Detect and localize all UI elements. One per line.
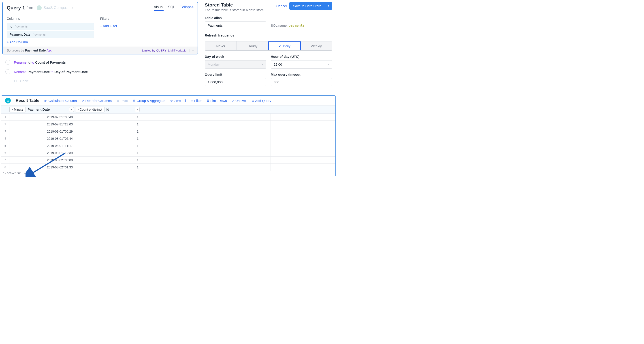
column-item[interactable]: Id Payments: [7, 23, 94, 30]
grid-header-agg-button[interactable]: ▾Minute: [10, 107, 26, 112]
column-item[interactable]: Payment Date Payments: [7, 31, 94, 38]
table-row[interactable]: 52019-08-01T11:171: [1, 142, 336, 149]
result-row-count: 1 - 100 of 1000 rows: [1, 171, 336, 176]
result-grid: ▾Minute Payment Date ▾ ▾Count of distinc…: [1, 106, 336, 171]
grid-header-menu[interactable]: ▾: [135, 107, 140, 112]
action-zero-fill[interactable]: ⊘Zero Fill: [170, 99, 186, 103]
grid-header-menu[interactable]: ▾: [69, 107, 74, 112]
freq-weekly[interactable]: Weekly: [300, 42, 332, 50]
cell-payment-date: 2019-08-02T00:08: [10, 157, 75, 163]
table-row[interactable]: 22019-07-31T23:031: [1, 121, 336, 128]
group-icon: ⚇: [133, 99, 136, 102]
row-number: 4: [1, 135, 10, 142]
row-number: 7: [1, 157, 10, 163]
filter-icon: ▽: [191, 99, 193, 102]
pivot-icon: ▦: [116, 99, 119, 102]
cancel-link[interactable]: Cancel: [276, 4, 287, 8]
frequency-group: Never Hourly ✓ Daily Weekly: [205, 41, 332, 51]
cell-count: 1: [75, 114, 141, 121]
table-row[interactable]: 32019-08-01T00:291: [1, 128, 336, 135]
action-add-query[interactable]: ⊞Add Query: [252, 99, 272, 103]
add-column-link[interactable]: + Add Column: [7, 40, 28, 44]
tab-visual[interactable]: Visual: [154, 5, 163, 11]
query-source-chip[interactable]: SaaS Compa… ▾: [37, 5, 74, 10]
action-filter[interactable]: ▽Filter: [191, 99, 202, 103]
step-rename[interactable]: I Rename Payment Date to Day of Payment …: [5, 67, 198, 76]
cell-payment-date: 2019-08-01T12:39: [10, 149, 75, 156]
bar-chart-icon: ⫿⫿: [14, 79, 17, 83]
text-cursor-icon: I: [5, 69, 10, 74]
zero-icon: ⊘: [170, 99, 173, 102]
action-pivot[interactable]: ▦Pivot: [116, 99, 128, 103]
result-icon: ⊞: [5, 98, 11, 104]
chevron-down-icon: ▾: [72, 7, 74, 10]
sort-summary[interactable]: Sort rows by Payment Date Asc: [7, 49, 52, 52]
table-row[interactable]: 82019-08-02T01:331: [1, 164, 336, 171]
alias-input[interactable]: [205, 22, 266, 29]
check-icon: ✓: [278, 44, 282, 48]
row-number: 6: [1, 149, 10, 156]
row-number: 8: [1, 164, 10, 171]
table-row[interactable]: 72019-08-02T00:081: [1, 157, 336, 164]
rows-icon: ☰: [206, 99, 209, 102]
hod-label: Hour of day (UTC): [271, 55, 332, 59]
grid-header-label: Id: [106, 108, 109, 111]
dow-label: Day of week: [205, 55, 266, 59]
action-reorder-columns[interactable]: ⇄Reorder Columns: [82, 99, 112, 103]
cell-payment-date: 2019-08-02T01:33: [10, 164, 75, 171]
step-chart[interactable]: ⫿⫿ Chart: [14, 76, 198, 85]
table-row[interactable]: 12019-07-31T05:481: [1, 114, 336, 121]
cell-count: 1: [75, 142, 141, 149]
chevron-down-icon: ▾: [328, 63, 330, 66]
column-table: Payments: [14, 25, 28, 28]
freq-hourly[interactable]: Hourly: [237, 42, 268, 50]
grid-header-cell: ▾Count of distinct Id ▾: [75, 107, 141, 112]
hod-select[interactable]: 22:00 ▾: [271, 60, 332, 69]
cell-payment-date: 2019-07-31T05:48: [10, 114, 75, 121]
freq-daily[interactable]: ✓ Daily: [268, 42, 300, 50]
cell-count: 1: [75, 149, 141, 156]
save-button[interactable]: Save to Data Store: [289, 2, 325, 10]
action-unpivot[interactable]: ⤢Unpivot: [232, 99, 247, 103]
column-name: Payment Date: [10, 33, 30, 36]
action-limit-rows[interactable]: ☰Limit Rows: [206, 99, 227, 103]
unpivot-icon: ⤢: [232, 99, 234, 102]
cell-count: 1: [75, 128, 141, 135]
transform-steps: I Rename Id to Count of Payments I Renam…: [2, 55, 198, 85]
timeout-input[interactable]: [271, 78, 332, 86]
result-panel: ⊞ Result Table ▯⁺Calculated Column ⇄Reor…: [1, 95, 336, 176]
column-table: Payments: [33, 33, 46, 36]
limit-summary[interactable]: Limited by QUERY_LIMIT variable: [142, 49, 186, 52]
freq-never[interactable]: Never: [205, 42, 237, 50]
source-name: SaaS Compa…: [44, 6, 70, 10]
grid-header-agg-button[interactable]: ▾Count of distinct: [75, 107, 104, 112]
column-icon: ▯⁺: [44, 99, 48, 102]
row-number: 3: [1, 128, 10, 135]
row-number: 1: [1, 114, 10, 121]
table-row[interactable]: 62019-08-01T12:391: [1, 149, 336, 157]
row-number: 5: [1, 142, 10, 149]
qlimit-label: Query limit: [205, 73, 266, 76]
tab-sql[interactable]: SQL: [168, 5, 175, 10]
action-calculated-column[interactable]: ▯⁺Calculated Column: [44, 99, 77, 103]
reorder-icon: ⇄: [82, 99, 84, 102]
collapse-link[interactable]: Collapse: [180, 5, 194, 9]
save-dropdown-button[interactable]: ▼: [325, 2, 332, 10]
text-cursor-icon: I: [5, 60, 10, 65]
cell-payment-date: 2019-08-01T00:29: [10, 128, 75, 135]
qlimit-input[interactable]: [205, 78, 266, 86]
stored-table-subtitle: The result table is stored in a data sto…: [205, 8, 276, 12]
table-row[interactable]: 42019-08-01T05:441: [1, 135, 336, 142]
sql-name-hint: SQL name: payments: [271, 24, 305, 28]
step-rename[interactable]: I Rename Id to Count of Payments: [5, 58, 198, 67]
dow-select[interactable]: Monday ▾: [205, 60, 266, 69]
cell-payment-date: 2019-08-01T05:44: [10, 135, 75, 142]
plus-icon: ⊞: [252, 99, 254, 102]
filters-heading: Filters: [100, 17, 194, 20]
grid-header-cell: ▾Minute Payment Date ▾: [10, 107, 75, 112]
timeout-label: Max query timeout: [271, 73, 332, 76]
action-group-aggregate[interactable]: ⚇Group & Aggregate: [133, 99, 165, 103]
add-filter-link[interactable]: + Add Filter: [100, 24, 117, 28]
limit-dropdown-icon[interactable]: ▾: [190, 49, 194, 52]
stored-table-title: Stored Table: [205, 2, 276, 8]
